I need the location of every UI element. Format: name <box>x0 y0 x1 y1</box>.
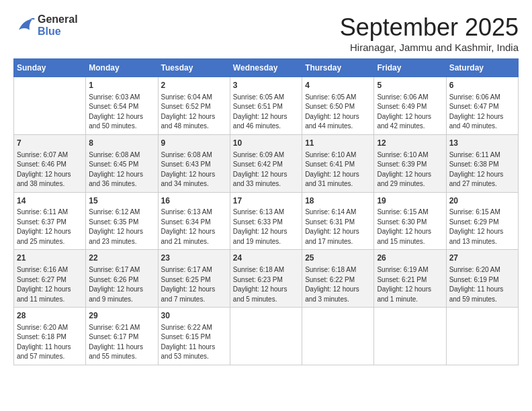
day-detail: Sunrise: 6:10 AMSunset: 6:39 PMDaylight:… <box>377 150 443 189</box>
calendar-cell: 18Sunrise: 6:14 AMSunset: 6:31 PMDayligh… <box>302 192 374 250</box>
day-detail: Sunrise: 6:11 AMSunset: 6:37 PMDaylight:… <box>17 208 83 246</box>
calendar-cell: 28Sunrise: 6:20 AMSunset: 6:18 PMDayligh… <box>14 308 86 365</box>
calendar-cell: 10Sunrise: 6:09 AMSunset: 6:42 PMDayligh… <box>230 134 302 192</box>
weekday-header: Sunday <box>14 59 86 77</box>
day-number: 3 <box>233 80 299 91</box>
logo: General Blue <box>13 13 78 37</box>
day-number: 6 <box>449 80 515 91</box>
day-detail: Sunrise: 6:16 AMSunset: 6:27 PMDaylight:… <box>17 265 83 304</box>
calendar-cell: 1Sunrise: 6:03 AMSunset: 6:54 PMDaylight… <box>86 77 158 135</box>
day-number: 24 <box>233 253 299 264</box>
calendar-cell: 8Sunrise: 6:08 AMSunset: 6:45 PMDaylight… <box>86 134 158 192</box>
day-number: 29 <box>89 310 154 322</box>
calendar-cell: 20Sunrise: 6:15 AMSunset: 6:29 PMDayligh… <box>446 192 518 250</box>
calendar-week-row: 28Sunrise: 6:20 AMSunset: 6:18 PMDayligh… <box>14 308 519 365</box>
calendar-cell: 6Sunrise: 6:06 AMSunset: 6:47 PMDaylight… <box>446 77 518 135</box>
day-number: 19 <box>377 195 443 207</box>
day-detail: Sunrise: 6:15 AMSunset: 6:30 PMDaylight:… <box>377 208 443 246</box>
logo-icon <box>13 15 35 36</box>
logo-text: General Blue <box>38 13 78 37</box>
day-number: 26 <box>377 253 443 264</box>
day-number: 20 <box>449 195 515 207</box>
day-detail: Sunrise: 6:17 AMSunset: 6:25 PMDaylight:… <box>161 265 227 304</box>
weekday-header: Friday <box>374 59 446 77</box>
day-detail: Sunrise: 6:06 AMSunset: 6:47 PMDaylight:… <box>449 93 515 132</box>
title-block: September 2025 Hiranagar, Jammu and Kash… <box>340 13 519 53</box>
day-number: 11 <box>305 138 371 149</box>
calendar-cell: 15Sunrise: 6:12 AMSunset: 6:35 PMDayligh… <box>86 192 158 250</box>
day-detail: Sunrise: 6:17 AMSunset: 6:26 PMDaylight:… <box>89 265 154 304</box>
calendar-cell: 11Sunrise: 6:10 AMSunset: 6:41 PMDayligh… <box>302 134 374 192</box>
day-number: 18 <box>305 195 371 207</box>
calendar-cell: 21Sunrise: 6:16 AMSunset: 6:27 PMDayligh… <box>14 250 86 308</box>
calendar-cell: 24Sunrise: 6:18 AMSunset: 6:23 PMDayligh… <box>230 250 302 308</box>
day-number: 5 <box>377 80 443 91</box>
day-detail: Sunrise: 6:14 AMSunset: 6:31 PMDaylight:… <box>305 208 371 246</box>
calendar-cell: 16Sunrise: 6:13 AMSunset: 6:34 PMDayligh… <box>158 192 230 250</box>
day-number: 23 <box>161 253 227 264</box>
calendar-cell: 26Sunrise: 6:19 AMSunset: 6:21 PMDayligh… <box>374 250 446 308</box>
calendar-cell: 3Sunrise: 6:05 AMSunset: 6:51 PMDaylight… <box>230 77 302 135</box>
day-number: 2 <box>161 80 227 91</box>
day-detail: Sunrise: 6:10 AMSunset: 6:41 PMDaylight:… <box>305 150 371 189</box>
day-number: 8 <box>89 138 154 149</box>
calendar-week-row: 21Sunrise: 6:16 AMSunset: 6:27 PMDayligh… <box>14 250 519 308</box>
day-detail: Sunrise: 6:19 AMSunset: 6:21 PMDaylight:… <box>377 265 443 304</box>
calendar-week-row: 14Sunrise: 6:11 AMSunset: 6:37 PMDayligh… <box>14 192 519 250</box>
month-title: September 2025 <box>340 13 519 42</box>
day-number: 16 <box>161 195 227 207</box>
calendar-week-row: 7Sunrise: 6:07 AMSunset: 6:46 PMDaylight… <box>14 134 519 192</box>
day-detail: Sunrise: 6:15 AMSunset: 6:29 PMDaylight:… <box>449 208 515 246</box>
calendar-cell: 7Sunrise: 6:07 AMSunset: 6:46 PMDaylight… <box>14 134 86 192</box>
day-detail: Sunrise: 6:20 AMSunset: 6:19 PMDaylight:… <box>449 265 515 304</box>
day-detail: Sunrise: 6:20 AMSunset: 6:18 PMDaylight:… <box>17 323 83 362</box>
calendar-cell <box>14 77 86 135</box>
day-number: 22 <box>89 253 154 264</box>
day-number: 14 <box>17 195 83 207</box>
day-number: 28 <box>17 310 83 322</box>
day-number: 27 <box>449 253 515 264</box>
calendar-cell <box>230 308 302 365</box>
day-number: 15 <box>89 195 154 207</box>
day-detail: Sunrise: 6:12 AMSunset: 6:35 PMDaylight:… <box>89 208 154 246</box>
calendar-cell: 17Sunrise: 6:13 AMSunset: 6:33 PMDayligh… <box>230 192 302 250</box>
day-detail: Sunrise: 6:05 AMSunset: 6:51 PMDaylight:… <box>233 93 299 132</box>
calendar-cell: 30Sunrise: 6:22 AMSunset: 6:15 PMDayligh… <box>158 308 230 365</box>
day-number: 13 <box>449 138 515 149</box>
day-number: 4 <box>305 80 371 91</box>
calendar-week-row: 1Sunrise: 6:03 AMSunset: 6:54 PMDaylight… <box>14 77 519 135</box>
calendar-cell: 29Sunrise: 6:21 AMSunset: 6:17 PMDayligh… <box>86 308 158 365</box>
day-detail: Sunrise: 6:13 AMSunset: 6:33 PMDaylight:… <box>233 208 299 246</box>
calendar-cell: 5Sunrise: 6:06 AMSunset: 6:49 PMDaylight… <box>374 77 446 135</box>
calendar-cell: 23Sunrise: 6:17 AMSunset: 6:25 PMDayligh… <box>158 250 230 308</box>
calendar-cell: 19Sunrise: 6:15 AMSunset: 6:30 PMDayligh… <box>374 192 446 250</box>
calendar-cell <box>374 308 446 365</box>
calendar-cell: 4Sunrise: 6:05 AMSunset: 6:50 PMDaylight… <box>302 77 374 135</box>
day-detail: Sunrise: 6:07 AMSunset: 6:46 PMDaylight:… <box>17 150 83 189</box>
location-label: Hiranagar, Jammu and Kashmir, India <box>340 42 519 53</box>
day-detail: Sunrise: 6:03 AMSunset: 6:54 PMDaylight:… <box>89 93 154 132</box>
weekday-header: Saturday <box>446 59 518 77</box>
calendar-cell: 9Sunrise: 6:08 AMSunset: 6:43 PMDaylight… <box>158 134 230 192</box>
page-header: General Blue September 2025 Hiranagar, J… <box>13 13 519 53</box>
day-detail: Sunrise: 6:18 AMSunset: 6:23 PMDaylight:… <box>233 265 299 304</box>
calendar-cell: 2Sunrise: 6:04 AMSunset: 6:52 PMDaylight… <box>158 77 230 135</box>
calendar-cell: 22Sunrise: 6:17 AMSunset: 6:26 PMDayligh… <box>86 250 158 308</box>
day-detail: Sunrise: 6:06 AMSunset: 6:49 PMDaylight:… <box>377 93 443 132</box>
day-detail: Sunrise: 6:08 AMSunset: 6:43 PMDaylight:… <box>161 150 227 189</box>
calendar-cell: 13Sunrise: 6:11 AMSunset: 6:38 PMDayligh… <box>446 134 518 192</box>
day-number: 7 <box>17 138 83 149</box>
calendar-cell: 25Sunrise: 6:18 AMSunset: 6:22 PMDayligh… <box>302 250 374 308</box>
calendar-cell <box>302 308 374 365</box>
day-detail: Sunrise: 6:18 AMSunset: 6:22 PMDaylight:… <box>305 265 371 304</box>
weekday-header: Wednesday <box>230 59 302 77</box>
weekday-header: Thursday <box>302 59 374 77</box>
day-detail: Sunrise: 6:08 AMSunset: 6:45 PMDaylight:… <box>89 150 154 189</box>
day-number: 10 <box>233 138 299 149</box>
day-number: 1 <box>89 80 154 91</box>
calendar-cell: 14Sunrise: 6:11 AMSunset: 6:37 PMDayligh… <box>14 192 86 250</box>
day-detail: Sunrise: 6:04 AMSunset: 6:52 PMDaylight:… <box>161 93 227 132</box>
weekday-header: Tuesday <box>158 59 230 77</box>
weekday-header: Monday <box>86 59 158 77</box>
calendar-cell <box>446 308 518 365</box>
